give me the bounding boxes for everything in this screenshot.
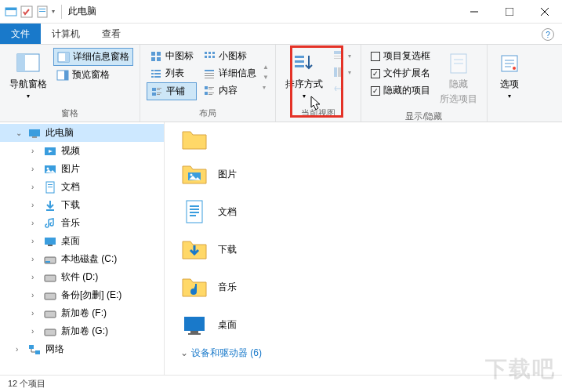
svg-rect-48 bbox=[295, 56, 304, 58]
svg-rect-58 bbox=[454, 63, 463, 64]
svg-rect-50 bbox=[295, 65, 304, 67]
chevron-down-icon: ▾ bbox=[508, 93, 511, 100]
details-button[interactable]: 详细信息 bbox=[200, 65, 259, 82]
content-button[interactable]: 内容 bbox=[200, 82, 259, 99]
item-count: 12 个项目 bbox=[8, 378, 45, 390]
file-item-music[interactable]: 音乐 bbox=[165, 268, 562, 306]
svg-rect-7 bbox=[506, 8, 513, 16]
hidden-items-toggle[interactable]: ✓隐藏的项目 bbox=[368, 82, 433, 99]
svg-rect-73 bbox=[45, 261, 50, 263]
svg-rect-83 bbox=[190, 205, 199, 207]
minimize-button[interactable] bbox=[456, 0, 491, 24]
file-item-downloads[interactable]: 下载 bbox=[165, 230, 562, 268]
svg-rect-57 bbox=[454, 59, 463, 60]
svg-rect-53 bbox=[334, 58, 343, 59]
svg-rect-62 bbox=[32, 136, 37, 138]
svg-rect-5 bbox=[39, 11, 45, 12]
ribbon-group-layout: 中图标 列表 平铺 小图标 详细信息 内容 ▲ ▼ ▾ 布局 bbox=[140, 45, 276, 122]
svg-rect-30 bbox=[157, 93, 161, 93]
chevron-down-icon: ▾ bbox=[303, 93, 306, 100]
expand-icon[interactable]: ▾ bbox=[263, 84, 269, 91]
tab-view[interactable]: 查看 bbox=[91, 24, 132, 44]
tree-local-d[interactable]: ›软件 (D:) bbox=[0, 268, 164, 286]
svg-point-81 bbox=[190, 174, 193, 176]
scroll-up-icon[interactable]: ▲ bbox=[263, 64, 269, 71]
preview-pane-button[interactable]: 预览窗格 bbox=[53, 67, 133, 83]
tree-local-g[interactable]: ›新加卷 (G:) bbox=[0, 322, 164, 340]
small-icons-button[interactable]: 小图标 bbox=[200, 48, 259, 64]
svg-rect-24 bbox=[151, 76, 154, 78]
svg-rect-77 bbox=[45, 329, 56, 336]
nav-pane-label: 导航窗格 bbox=[9, 78, 47, 91]
size-columns-button[interactable] bbox=[329, 81, 354, 96]
svg-rect-19 bbox=[157, 57, 161, 61]
tab-computer[interactable]: 计算机 bbox=[41, 24, 91, 44]
svg-rect-33 bbox=[208, 52, 211, 54]
svg-rect-78 bbox=[29, 345, 34, 349]
qat-dropdown-icon[interactable]: ▾ bbox=[52, 8, 55, 15]
tree-pictures[interactable]: ›图片 bbox=[0, 160, 164, 178]
list-button[interactable]: 列表 bbox=[147, 65, 197, 82]
tree-local-c[interactable]: ›本地磁盘 (C:) bbox=[0, 250, 164, 268]
svg-rect-18 bbox=[151, 57, 155, 61]
svg-rect-21 bbox=[154, 70, 161, 71]
file-item[interactable] bbox=[165, 125, 562, 155]
sort-by-label: 排序方式 bbox=[285, 78, 323, 91]
svg-rect-28 bbox=[157, 89, 160, 90]
window-title: 此电脑 bbox=[68, 5, 96, 18]
add-columns-button[interactable]: ▾ bbox=[329, 64, 354, 80]
svg-rect-87 bbox=[184, 317, 205, 331]
tree-downloads[interactable]: ›下载 bbox=[0, 196, 164, 214]
properties-icon[interactable] bbox=[36, 5, 49, 18]
tree-local-e[interactable]: ›备份[勿删] (E:) bbox=[0, 286, 164, 304]
file-ext-toggle[interactable]: ✓文件扩展名 bbox=[368, 65, 433, 82]
detail-pane-button[interactable]: 详细信息窗格 bbox=[53, 48, 133, 66]
svg-rect-61 bbox=[29, 129, 40, 136]
file-item-pictures[interactable]: 图片 bbox=[165, 155, 562, 193]
medium-icons-button[interactable]: 中图标 bbox=[147, 48, 197, 64]
statusbar: 12 个项目 bbox=[0, 375, 562, 392]
chevron-down-icon: ▾ bbox=[27, 93, 30, 100]
tree-this-pc[interactable]: ⌄此电脑 bbox=[0, 124, 164, 142]
section-devices[interactable]: ⌄设备和驱动器 (6) bbox=[165, 343, 562, 363]
svg-rect-55 bbox=[338, 67, 341, 77]
svg-rect-26 bbox=[152, 88, 156, 91]
tree-music[interactable]: ›音乐 bbox=[0, 214, 164, 232]
hide-selected-button[interactable]: 隐藏 所选项目 bbox=[437, 48, 480, 109]
svg-rect-34 bbox=[212, 52, 215, 54]
tree-videos[interactable]: ›视频 bbox=[0, 142, 164, 160]
help-icon[interactable]: ? bbox=[542, 28, 554, 41]
nav-tree[interactable]: ⌄此电脑 ›视频 ›图片 ›文档 ›下载 ›音乐 ›桌面 ›本地磁盘 (C:) … bbox=[0, 122, 165, 375]
svg-rect-23 bbox=[154, 73, 161, 74]
scroll-down-icon[interactable]: ▼ bbox=[263, 74, 269, 81]
svg-rect-45 bbox=[205, 92, 208, 95]
svg-rect-11 bbox=[17, 54, 25, 71]
options-button[interactable]: 选项 ▾ bbox=[494, 48, 525, 108]
tree-network[interactable]: ›网络 bbox=[0, 340, 164, 358]
svg-rect-13 bbox=[65, 53, 69, 62]
svg-rect-85 bbox=[190, 212, 199, 213]
item-checkboxes-toggle[interactable]: 项目复选框 bbox=[368, 48, 433, 64]
group-by-button[interactable]: ▾ bbox=[329, 48, 354, 64]
file-list[interactable]: 图片 文档 下载 音乐 桌面 ⌄设备和驱动器 (6) bbox=[165, 122, 562, 375]
nav-pane-button[interactable]: 导航窗格 ▾ bbox=[6, 48, 50, 106]
ribbon: 导航窗格 ▾ 详细信息窗格 预览窗格 窗格 中图标 列表 平铺 bbox=[0, 44, 562, 122]
file-item-documents[interactable]: 文档 bbox=[165, 193, 562, 230]
close-button[interactable] bbox=[527, 0, 562, 24]
svg-rect-52 bbox=[334, 56, 343, 56]
check-icon[interactable] bbox=[20, 5, 33, 18]
tree-local-f[interactable]: ›新加卷 (F:) bbox=[0, 304, 164, 322]
sort-by-button[interactable]: 排序方式 ▾ bbox=[282, 48, 326, 106]
svg-point-60 bbox=[513, 67, 516, 70]
tab-file[interactable]: 文件 bbox=[0, 24, 41, 44]
svg-rect-67 bbox=[48, 184, 53, 185]
svg-rect-22 bbox=[151, 73, 154, 74]
tree-documents[interactable]: ›文档 bbox=[0, 178, 164, 196]
ribbon-group-options: 选项 ▾ bbox=[488, 45, 531, 122]
tiles-button[interactable]: 平铺 bbox=[147, 82, 197, 100]
file-item-desktop[interactable]: 桌面 bbox=[165, 306, 562, 343]
svg-rect-75 bbox=[45, 293, 56, 299]
tree-desktop[interactable]: ›桌面 bbox=[0, 232, 164, 250]
svg-rect-41 bbox=[205, 78, 214, 78]
maximize-button[interactable] bbox=[491, 0, 527, 24]
